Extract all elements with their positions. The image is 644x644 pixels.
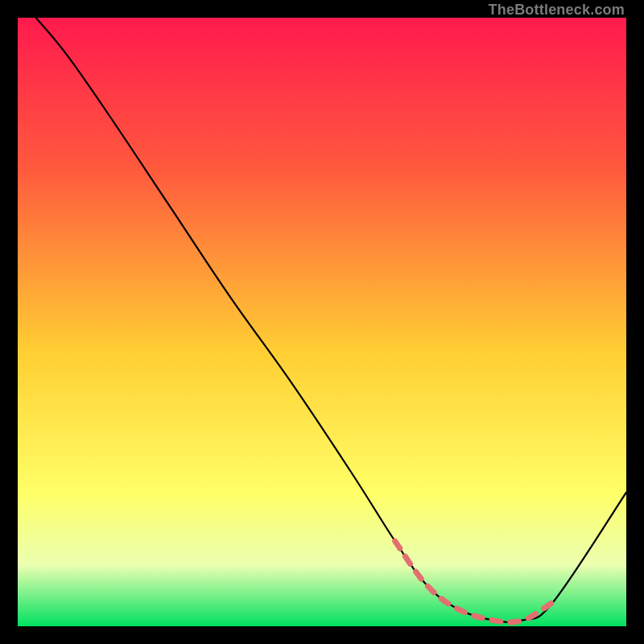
watermark-text: TheBottleneck.com — [489, 2, 625, 19]
optimal-region-dashes — [395, 541, 554, 622]
chart-frame: TheBottleneck.com — [0, 0, 644, 644]
chart-svg — [18, 18, 626, 626]
plot-area — [18, 18, 626, 626]
bottleneck-curve — [36, 18, 626, 622]
